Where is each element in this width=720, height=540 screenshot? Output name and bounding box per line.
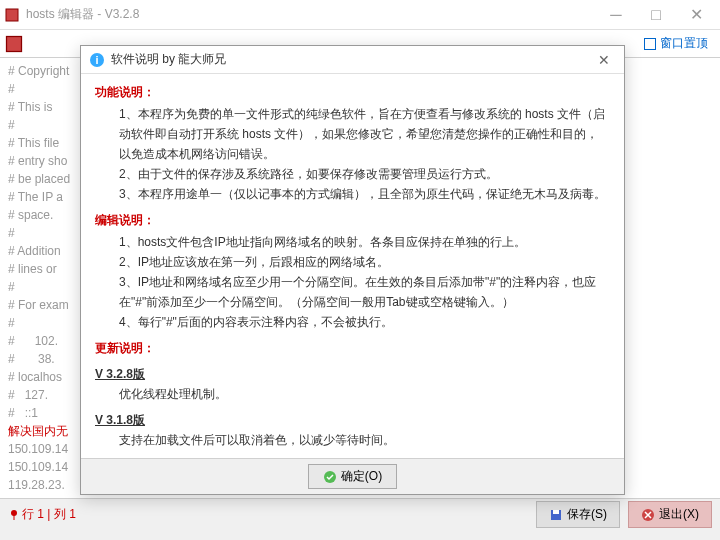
titlebar: hosts 编辑器 - V3.2.8 ─ □ ✕ <box>0 0 720 30</box>
titlebar-controls: ─ □ ✕ <box>596 1 716 29</box>
pin-icon <box>8 509 20 521</box>
checkbox-icon <box>644 38 656 50</box>
close-button[interactable]: ✕ <box>676 1 716 29</box>
maximize-button[interactable]: □ <box>636 1 676 29</box>
window-top-label-text: 窗口置顶 <box>660 35 708 52</box>
dialog-title: 软件说明 by 龍大师兄 <box>111 51 592 68</box>
dialog-close-button[interactable]: ✕ <box>592 48 616 72</box>
window-top-toggle[interactable]: 窗口置顶 <box>644 35 708 52</box>
section-header: 编辑说明： <box>95 210 610 230</box>
app-menu-icon[interactable] <box>4 34 24 54</box>
section-item: 优化线程处理机制。 <box>95 384 610 404</box>
svg-rect-0 <box>6 9 18 21</box>
svg-text:i: i <box>95 54 98 66</box>
section-item: 1、hosts文件包含IP地址指向网络域名的映射。各条目应保持在单独的行上。 <box>95 232 610 252</box>
section-item: 4、每行"#"后面的内容表示注释内容，不会被执行。 <box>95 312 610 332</box>
save-button[interactable]: 保存(S) <box>536 501 620 528</box>
section-header: 更新说明： <box>95 338 610 358</box>
section-item: 1、本程序为免费的单一文件形式的纯绿色软件，旨在方便查看与修改系统的 hosts… <box>95 104 610 164</box>
exit-icon <box>641 508 655 522</box>
section-header: 功能说明： <box>95 82 610 102</box>
section-item: 3、本程序用途单一（仅以记事本的方式编辑），且全部为原生代码，保证绝无木马及病毒… <box>95 184 610 204</box>
section-item: 2、IP地址应该放在第一列，后跟相应的网络域名。 <box>95 252 610 272</box>
ok-button-label: 确定(O) <box>341 468 382 485</box>
svg-rect-1 <box>7 36 22 51</box>
exit-button-label: 退出(X) <box>659 506 699 523</box>
app-icon <box>4 7 20 23</box>
save-icon <box>549 508 563 522</box>
position-text: 行 1 | 列 1 <box>22 506 76 523</box>
about-dialog: i 软件说明 by 龍大师兄 ✕ 功能说明：1、本程序为免费的单一文件形式的纯绿… <box>80 45 625 495</box>
window-title: hosts 编辑器 - V3.2.8 <box>26 6 596 23</box>
svg-rect-7 <box>553 510 559 514</box>
dialog-footer: 确定(O) <box>81 458 624 494</box>
cursor-position: 行 1 | 列 1 <box>8 506 76 523</box>
info-icon: i <box>89 52 105 68</box>
section-item: 支持在加载文件后可以取消着色，以减少等待时间。 <box>95 430 610 450</box>
section-item: 3、IP地址和网络域名应至少用一个分隔空间。在生效的条目后添加带"#"的注释内容… <box>95 272 610 312</box>
save-button-label: 保存(S) <box>567 506 607 523</box>
statusbar: 行 1 | 列 1 保存(S) 退出(X) <box>0 498 720 530</box>
minimize-button[interactable]: ─ <box>596 1 636 29</box>
dialog-body: 功能说明：1、本程序为免费的单一文件形式的纯绿色软件，旨在方便查看与修改系统的 … <box>81 74 624 458</box>
version-label: V 3.1.8版 <box>95 410 610 430</box>
check-icon <box>323 470 337 484</box>
dialog-titlebar: i 软件说明 by 龍大师兄 ✕ <box>81 46 624 74</box>
section-item: 2、由于文件的保存涉及系统路径，如要保存修改需要管理员运行方式。 <box>95 164 610 184</box>
ok-button[interactable]: 确定(O) <box>308 464 397 489</box>
version-label: V 3.2.8版 <box>95 364 610 384</box>
exit-button[interactable]: 退出(X) <box>628 501 712 528</box>
